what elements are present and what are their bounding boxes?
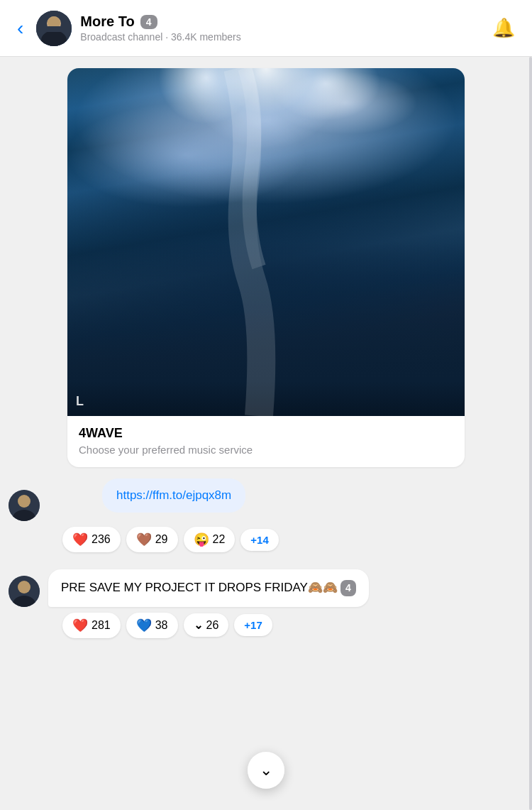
silly-emoji: 😜	[194, 532, 209, 547]
chevron-down-fab-icon: ⌄	[260, 762, 272, 778]
reaction-more[interactable]: +14	[240, 529, 278, 551]
link-message-row: https://ffm.to/ejpqx8m	[9, 478, 523, 521]
reactions-row-1: ❤️ 236 🤎 29 😜 22 +14	[62, 527, 523, 552]
channel-name: More To	[80, 13, 134, 30]
text-message-row: PRE SAVE MY PROJECT IT DROPS FRIDAY🙈🙈4	[9, 569, 523, 607]
blue-heart-count: 38	[155, 619, 168, 632]
image-card-content: 4WAVE Choose your preferred music servic…	[67, 416, 465, 467]
music-link[interactable]: https://ffm.to/ejpqx8m	[116, 488, 231, 502]
channel-meta: Broadcast channel · 36.4K members	[80, 31, 487, 43]
heart-count: 236	[92, 533, 111, 546]
more-reactions-label: +14	[250, 534, 268, 546]
text-message-bubble: PRE SAVE MY PROJECT IT DROPS FRIDAY🙈🙈4	[48, 569, 369, 607]
message-image[interactable]: L	[67, 68, 465, 416]
channel-avatar[interactable]	[36, 11, 72, 46]
reaction-more-2[interactable]: +17	[234, 614, 272, 636]
reaction-heart[interactable]: ❤️ 236	[62, 527, 121, 552]
reaction-heart-2[interactable]: ❤️ 281	[62, 613, 121, 638]
link-bubble[interactable]: https://ffm.to/ejpqx8m	[102, 478, 245, 513]
scroll-down-fab[interactable]: ⌄	[248, 752, 284, 789]
track-subtitle: Choose your preferred music service	[79, 444, 453, 456]
message-text: PRE SAVE MY PROJECT IT DROPS FRIDAY🙈🙈	[61, 581, 338, 594]
more-reactions-label-2: +17	[244, 619, 262, 631]
header-info: More To 4 Broadcast channel · 36.4K memb…	[80, 13, 487, 43]
sender-avatar-1	[9, 490, 40, 521]
reactions-row-2: ❤️ 281 💙 38 ⌄ 26 +17	[62, 613, 523, 638]
message-badge: 4	[340, 580, 356, 596]
heart-count-2: 281	[92, 619, 111, 632]
brown-heart-count: 29	[155, 533, 168, 546]
chevron-down-icon: ⌄	[194, 618, 203, 632]
reaction-brown-heart[interactable]: 🤎 29	[126, 527, 178, 552]
reaction-scroll-down[interactable]: ⌄ 26	[184, 613, 229, 637]
track-title: 4WAVE	[79, 426, 453, 441]
scroll-count: 26	[206, 619, 219, 632]
header-title-row: More To 4	[80, 13, 487, 30]
back-button[interactable]: ‹	[11, 16, 29, 41]
blue-heart-emoji: 💙	[136, 618, 152, 633]
silly-count: 22	[213, 533, 226, 546]
notification-bell-button[interactable]: 🔔	[487, 14, 521, 42]
image-watermark: L	[76, 394, 84, 409]
svg-rect-4	[46, 26, 62, 32]
chat-area: L 4WAVE Choose your preferred music serv…	[0, 57, 532, 810]
message-image-card: L 4WAVE Choose your preferred music serv…	[67, 68, 465, 467]
reaction-silly[interactable]: 😜 22	[184, 527, 235, 552]
svg-point-9	[18, 581, 31, 593]
heart-emoji-2: ❤️	[72, 618, 88, 633]
svg-point-6	[18, 495, 31, 508]
unread-badge: 4	[140, 15, 157, 29]
header: ‹ More To 4 Broadcast channel · 36.4K me…	[0, 0, 532, 57]
reaction-blue-heart[interactable]: 💙 38	[126, 613, 178, 638]
brown-heart-emoji: 🤎	[136, 532, 152, 547]
scrollbar[interactable]	[529, 57, 532, 810]
heart-emoji: ❤️	[72, 532, 88, 547]
sender-avatar-2	[9, 576, 40, 607]
